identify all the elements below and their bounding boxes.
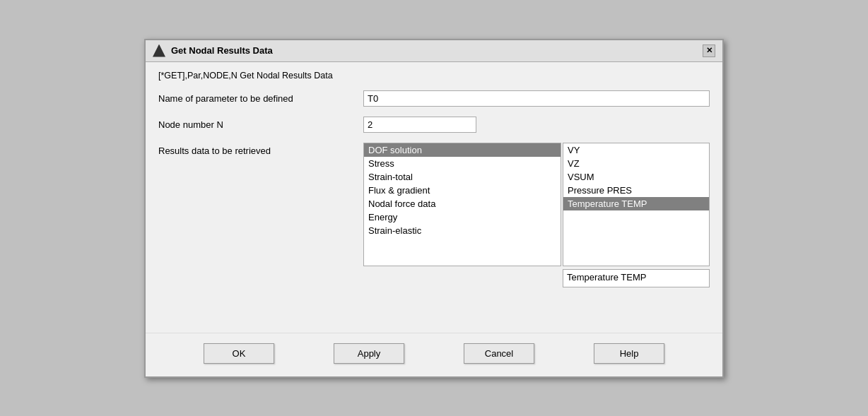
right-list-box[interactable]: VYVZVSUMPressure PRESTemperature TEMP — [563, 143, 710, 266]
list-item[interactable]: Stress — [364, 157, 561, 170]
button-row: OK Apply Cancel Help — [146, 333, 722, 376]
param-name-row: Name of parameter to be defined — [158, 90, 710, 107]
list-item[interactable]: Energy — [364, 210, 561, 224]
cancel-button[interactable]: Cancel — [464, 343, 534, 364]
ok-button[interactable]: OK — [204, 343, 274, 364]
left-list-box[interactable]: DOF solutionStressStrain-totalFlux & gra… — [363, 143, 561, 266]
list-item[interactable]: DOF solution — [364, 143, 561, 157]
list-item[interactable]: Flux & gradient — [364, 184, 561, 197]
results-data-row: Results data to be retrieved DOF solutio… — [158, 143, 710, 287]
right-list-wrapper: VYVZVSUMPressure PRESTemperature TEMP Te… — [563, 143, 710, 287]
list-item[interactable]: Strain-elastic — [364, 224, 561, 237]
title-bar-left: Get Nodal Results Data — [153, 44, 273, 57]
param-name-input[interactable] — [363, 90, 710, 107]
help-button[interactable]: Help — [594, 343, 664, 364]
dialog-title: Get Nodal Results Data — [171, 45, 273, 56]
node-number-row: Node number N — [158, 117, 710, 133]
close-button[interactable]: ✕ — [703, 44, 715, 57]
results-data-label: Results data to be retrieved — [158, 143, 363, 156]
node-number-input[interactable] — [363, 117, 476, 133]
param-name-label: Name of parameter to be defined — [158, 90, 363, 104]
list-item[interactable]: Strain-total — [364, 170, 561, 184]
param-name-field — [363, 90, 710, 107]
dialog-window: Get Nodal Results Data ✕ [*GET],Par,NODE… — [144, 39, 724, 378]
list-item[interactable]: Nodal force data — [364, 197, 561, 210]
node-number-label: Node number N — [158, 117, 363, 130]
ansys-logo-icon — [153, 44, 165, 57]
lists-container: DOF solutionStressStrain-totalFlux & gra… — [363, 143, 710, 287]
list-item[interactable]: VSUM — [563, 170, 709, 184]
left-list-wrapper: DOF solutionStressStrain-totalFlux & gra… — [363, 143, 561, 287]
results-data-field: DOF solutionStressStrain-totalFlux & gra… — [363, 143, 710, 287]
node-number-field — [363, 117, 710, 133]
list-item[interactable]: VZ — [563, 157, 709, 170]
list-item[interactable]: VY — [563, 143, 709, 157]
dialog-content: [*GET],Par,NODE,N Get Nodal Results Data… — [146, 62, 722, 327]
command-line-text: [*GET],Par,NODE,N Get Nodal Results Data — [158, 71, 710, 81]
selected-value-display: Temperature TEMP — [563, 269, 710, 287]
list-item[interactable]: Pressure PRES — [563, 184, 709, 197]
title-bar: Get Nodal Results Data ✕ — [146, 40, 722, 62]
apply-button[interactable]: Apply — [334, 343, 404, 364]
list-item[interactable]: Temperature TEMP — [563, 197, 709, 210]
